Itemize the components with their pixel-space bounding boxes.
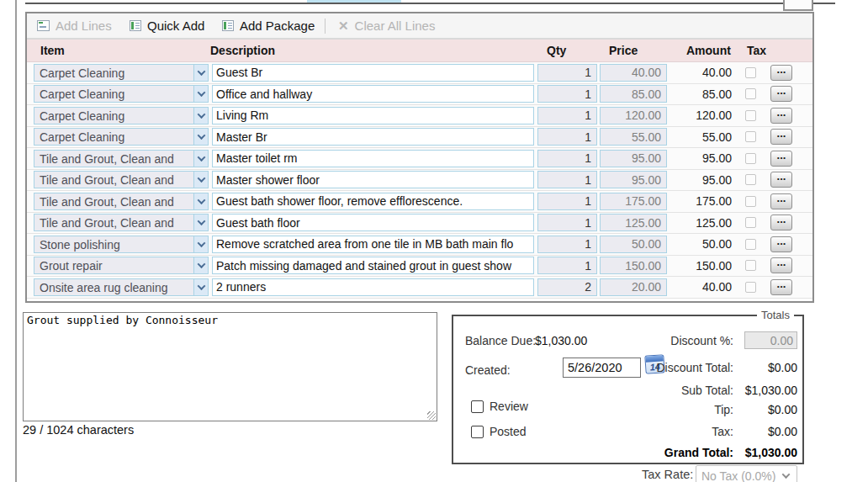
quick-add-button[interactable]: Quick Add [130,13,204,38]
description-input[interactable] [212,85,534,103]
qty-input[interactable] [537,171,597,188]
item-dropdown[interactable]: Tile and Grout, Clean and [34,171,209,188]
item-dropdown[interactable]: Carpet Cleaning [34,64,209,82]
tax-checkbox[interactable] [745,282,756,293]
price-input[interactable] [600,85,667,103]
qty-input[interactable] [537,257,597,274]
qty-input[interactable] [537,214,597,231]
add-lines-button[interactable]: Add Lines [37,13,112,38]
price-input[interactable] [600,107,667,124]
item-dropdown-value: Carpet Cleaning [34,108,193,124]
amount-value: 150.00 [671,259,732,273]
posted-checkbox[interactable] [471,426,484,438]
posted-label: Posted [490,425,527,438]
chevron-down-icon [193,236,208,252]
row-options-button[interactable]: ... [770,129,792,145]
item-dropdown[interactable]: Tile and Grout, Clean and [34,214,209,231]
qty-input[interactable] [537,278,597,296]
discount-pct-input[interactable] [744,331,797,349]
tax-checkbox[interactable] [745,196,756,207]
price-input[interactable] [600,214,667,231]
row-options-button[interactable]: ... [770,65,792,81]
description-input[interactable] [212,278,534,296]
price-input[interactable] [600,236,667,253]
description-input[interactable] [212,171,534,188]
row-options-button[interactable]: ... [770,236,792,252]
amount-value: 40.00 [671,280,732,294]
item-dropdown[interactable]: Tile and Grout, Clean and [34,193,209,210]
price-input[interactable] [600,193,667,210]
tax-rate-dropdown[interactable]: No Tax (0.0%) [696,465,797,482]
price-input[interactable] [600,171,667,188]
description-input[interactable] [212,64,534,82]
qty-input[interactable] [537,128,597,146]
tax-value: $0.00 [733,425,797,438]
item-dropdown[interactable]: Grout repair [34,257,209,274]
price-input[interactable] [600,128,667,146]
qty-input[interactable] [537,193,597,210]
item-dropdown-value: Stone polishing [34,236,193,252]
item-dropdown[interactable]: Tile and Grout, Clean and [34,150,209,167]
character-count: 29 / 1024 characters [23,423,134,437]
item-dropdown-value: Tile and Grout, Clean and [34,172,193,188]
tax-checkbox[interactable] [745,153,756,164]
resize-handle[interactable] [427,411,436,420]
tax-checkbox[interactable] [745,131,756,142]
description-input[interactable] [212,128,534,146]
tax-checkbox[interactable] [745,217,756,228]
item-dropdown[interactable]: Carpet Cleaning [34,128,209,146]
item-dropdown[interactable]: Onsite area rug cleaning [34,278,209,296]
clear-all-lines-button[interactable]: ✕ Clear All Lines [338,13,435,38]
item-dropdown[interactable]: Stone polishing [34,236,209,253]
item-dropdown[interactable]: Carpet Cleaning [34,85,209,103]
qty-input[interactable] [537,236,597,253]
qty-input[interactable] [537,64,597,82]
description-input[interactable] [212,150,534,167]
header-item: Item [40,44,65,57]
item-dropdown-value: Tile and Grout, Clean and [34,215,193,230]
add-package-button[interactable]: Add Package [222,13,315,38]
description-input[interactable] [212,107,534,124]
tax-checkbox[interactable] [745,88,756,99]
price-input[interactable] [600,64,667,82]
tax-checkbox[interactable] [745,260,756,271]
tax-rate-label: Tax Rate: [642,468,693,481]
price-input[interactable] [600,150,667,167]
price-input[interactable] [600,278,667,296]
qty-input[interactable] [537,107,597,124]
amount-value: 95.00 [671,151,732,165]
row-options-button[interactable]: ... [770,151,792,167]
row-options-button[interactable]: ... [770,279,792,295]
description-input[interactable] [212,236,534,253]
row-options-button[interactable]: ... [770,193,792,209]
qty-input[interactable] [537,85,597,103]
chevron-down-icon [193,193,208,209]
description-input[interactable] [212,214,534,231]
chevron-down-icon [193,172,208,188]
row-options-button[interactable]: ... [770,108,792,124]
row-options-button[interactable]: ... [770,172,792,188]
table-row: Carpet Cleaning 120.00 ... [27,105,812,127]
amount-value: 50.00 [671,237,732,251]
notes-textarea[interactable]: Grout supplied by Connoisseur [23,312,437,421]
amount-value: 120.00 [671,109,732,122]
row-options-button[interactable]: ... [770,215,792,230]
chevron-down-icon [193,151,208,167]
review-checkbox[interactable] [471,400,484,413]
chevron-down-icon [193,257,208,273]
table-row: Onsite area rug cleaning 40.00 ... [27,277,812,299]
row-options-button[interactable]: ... [770,86,792,102]
row-options-button[interactable]: ... [770,257,792,273]
top-clipped-field [307,0,401,3]
description-input[interactable] [212,257,534,274]
item-dropdown[interactable]: Carpet Cleaning [34,107,209,124]
table-row: Carpet Cleaning 85.00 ... [27,84,812,106]
table-row: Tile and Grout, Clean and 95.00 ... [27,170,812,192]
price-input[interactable] [600,257,667,274]
tax-checkbox[interactable] [745,110,756,121]
description-input[interactable] [212,193,534,210]
tax-checkbox[interactable] [745,174,756,185]
qty-input[interactable] [537,150,597,167]
tax-checkbox[interactable] [745,239,756,250]
tax-checkbox[interactable] [745,67,756,78]
